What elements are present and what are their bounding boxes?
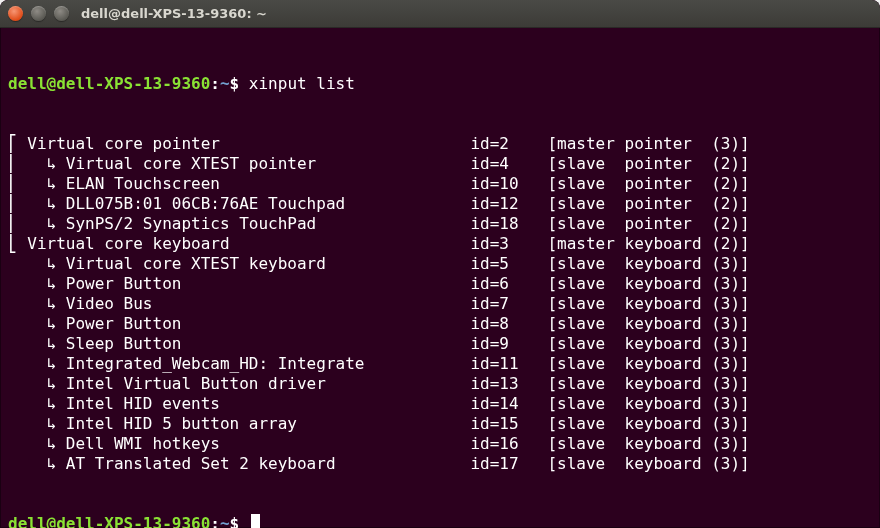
device-id: id=3 xyxy=(470,234,547,254)
device-row: ↳ Power Button id=6 [slave keyboard (3)] xyxy=(8,274,872,294)
tree-glyph: ⎣ xyxy=(8,234,27,254)
device-row: ↳ Intel HID 5 button array id=15 [slave … xyxy=(8,414,872,434)
device-row: ⎜ ↳ ELAN Touchscreen id=10 [slave pointe… xyxy=(8,174,872,194)
tree-glyph: ↳ xyxy=(8,434,66,454)
device-name: Intel HID events xyxy=(66,394,471,414)
device-id: id=8 xyxy=(470,314,547,334)
device-id: id=18 xyxy=(470,214,547,234)
cursor-icon xyxy=(251,514,260,528)
terminal-window: dell@dell-XPS-13-9360: ~ dell@dell-XPS-1… xyxy=(0,0,880,528)
tree-glyph: ↳ xyxy=(8,374,66,394)
device-name: Power Button xyxy=(66,274,471,294)
maximize-icon[interactable] xyxy=(54,6,69,21)
device-name: DLL075B:01 06CB:76AE Touchpad xyxy=(66,194,471,214)
device-name: Virtual core pointer xyxy=(27,134,470,154)
device-name: Virtual core keyboard xyxy=(27,234,470,254)
device-meta: [master pointer (3)] xyxy=(547,134,749,154)
device-row: ↳ Intel HID events id=14 [slave keyboard… xyxy=(8,394,872,414)
device-id: id=12 xyxy=(470,194,547,214)
device-name: Virtual core XTEST keyboard xyxy=(66,254,471,274)
tree-glyph: ↳ xyxy=(8,454,66,474)
device-meta: [slave keyboard (3)] xyxy=(547,294,749,314)
device-meta: [slave keyboard (3)] xyxy=(547,334,749,354)
device-id: id=14 xyxy=(470,394,547,414)
terminal-body[interactable]: dell@dell-XPS-13-9360:~$ xinput list ⎡ V… xyxy=(0,28,880,528)
tree-glyph: ⎜ ↳ xyxy=(8,154,66,174)
prompt-userhost: dell@dell-XPS-13-9360 xyxy=(8,514,210,528)
device-id: id=11 xyxy=(470,354,547,374)
titlebar: dell@dell-XPS-13-9360: ~ xyxy=(0,0,880,28)
device-row: ⎡ Virtual core pointer id=2 [master poin… xyxy=(8,134,872,154)
command-output: ⎡ Virtual core pointer id=2 [master poin… xyxy=(8,134,872,474)
device-id: id=10 xyxy=(470,174,547,194)
tree-glyph: ↳ xyxy=(8,394,66,414)
device-meta: [slave keyboard (3)] xyxy=(547,454,749,474)
device-name: SynPS/2 Synaptics TouchPad xyxy=(66,214,471,234)
window-title: dell@dell-XPS-13-9360: ~ xyxy=(81,6,267,21)
command-text: xinput list xyxy=(249,74,355,93)
close-icon[interactable] xyxy=(8,6,23,21)
device-name: Sleep Button xyxy=(66,334,471,354)
tree-glyph: ↳ xyxy=(8,294,66,314)
device-row: ⎣ Virtual core keyboard id=3 [master key… xyxy=(8,234,872,254)
prompt-sep: : xyxy=(210,514,220,528)
device-id: id=7 xyxy=(470,294,547,314)
device-meta: [slave keyboard (3)] xyxy=(547,354,749,374)
device-meta: [slave keyboard (3)] xyxy=(547,414,749,434)
tree-glyph: ↳ xyxy=(8,274,66,294)
device-meta: [slave pointer (2)] xyxy=(547,194,749,214)
device-id: id=16 xyxy=(470,434,547,454)
device-id: id=17 xyxy=(470,454,547,474)
device-name: AT Translated Set 2 keyboard xyxy=(66,454,471,474)
device-row: ⎜ ↳ SynPS/2 Synaptics TouchPad id=18 [sl… xyxy=(8,214,872,234)
tree-glyph: ⎜ ↳ xyxy=(8,214,66,234)
device-name: Dell WMI hotkeys xyxy=(66,434,471,454)
device-row: ⎜ ↳ Virtual core XTEST pointer id=4 [sla… xyxy=(8,154,872,174)
device-id: id=9 xyxy=(470,334,547,354)
device-meta: [slave keyboard (3)] xyxy=(547,274,749,294)
tree-glyph: ↳ xyxy=(8,334,66,354)
device-row: ↳ Virtual core XTEST keyboard id=5 [slav… xyxy=(8,254,872,274)
device-meta: [slave keyboard (3)] xyxy=(547,254,749,274)
device-row: ↳ Intel Virtual Button driver id=13 [sla… xyxy=(8,374,872,394)
device-row: ↳ AT Translated Set 2 keyboard id=17 [sl… xyxy=(8,454,872,474)
device-id: id=2 xyxy=(470,134,547,154)
prompt-suffix: $ xyxy=(230,514,249,528)
tree-glyph: ⎡ xyxy=(8,134,27,154)
device-row: ↳ Dell WMI hotkeys id=16 [slave keyboard… xyxy=(8,434,872,454)
prompt-path: ~ xyxy=(220,74,230,93)
device-row: ⎜ ↳ DLL075B:01 06CB:76AE Touchpad id=12 … xyxy=(8,194,872,214)
device-id: id=4 xyxy=(470,154,547,174)
device-name: Integrated_Webcam_HD: Integrate xyxy=(66,354,471,374)
device-meta: [slave keyboard (3)] xyxy=(547,394,749,414)
prompt-suffix: $ xyxy=(230,74,249,93)
tree-glyph: ⎜ ↳ xyxy=(8,194,66,214)
device-id: id=13 xyxy=(470,374,547,394)
device-meta: [slave keyboard (3)] xyxy=(547,374,749,394)
device-meta: [slave pointer (2)] xyxy=(547,154,749,174)
device-name: Video Bus xyxy=(66,294,471,314)
device-name: Power Button xyxy=(66,314,471,334)
prompt-path: ~ xyxy=(220,514,230,528)
tree-glyph: ↳ xyxy=(8,314,66,334)
tree-glyph: ⎜ ↳ xyxy=(8,174,66,194)
prompt-sep: : xyxy=(210,74,220,93)
device-meta: [slave pointer (2)] xyxy=(547,174,749,194)
minimize-icon[interactable] xyxy=(31,6,46,21)
device-id: id=15 xyxy=(470,414,547,434)
device-id: id=5 xyxy=(470,254,547,274)
device-id: id=6 xyxy=(470,274,547,294)
device-meta: [slave keyboard (3)] xyxy=(547,314,749,334)
device-meta: [master keyboard (2)] xyxy=(547,234,749,254)
device-name: ELAN Touchscreen xyxy=(66,174,471,194)
device-name: Intel Virtual Button driver xyxy=(66,374,471,394)
device-meta: [slave pointer (2)] xyxy=(547,214,749,234)
prompt-line-2: dell@dell-XPS-13-9360:~$ xyxy=(8,514,872,528)
device-row: ↳ Integrated_Webcam_HD: Integrate id=11 … xyxy=(8,354,872,374)
device-meta: [slave keyboard (3)] xyxy=(547,434,749,454)
prompt-userhost: dell@dell-XPS-13-9360 xyxy=(8,74,210,93)
device-name: Virtual core XTEST pointer xyxy=(66,154,471,174)
device-row: ↳ Power Button id=8 [slave keyboard (3)] xyxy=(8,314,872,334)
tree-glyph: ↳ xyxy=(8,354,66,374)
prompt-line: dell@dell-XPS-13-9360:~$ xinput list xyxy=(8,74,872,94)
